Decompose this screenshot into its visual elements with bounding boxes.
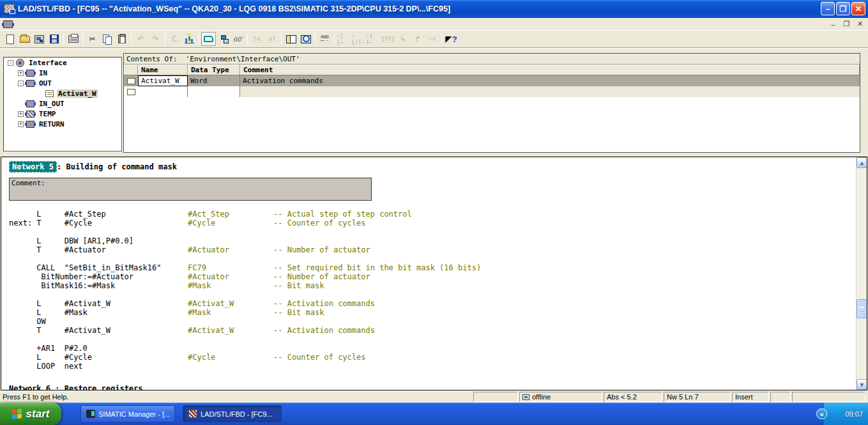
- open-station-button[interactable]: [32, 32, 47, 46]
- open-button[interactable]: [17, 32, 32, 46]
- network-comment-box[interactable]: Comment:: [9, 178, 372, 201]
- print-button[interactable]: [66, 32, 80, 46]
- collapse-icon[interactable]: -: [8, 60, 13, 66]
- taskbar-button-simatic-manager[interactable]: SIMATIC Manager - [...: [80, 405, 175, 422]
- name-cell[interactable]: [138, 86, 188, 97]
- goto-next-error-button[interactable]: »!: [264, 32, 279, 46]
- stl-code-line[interactable]: CALL "SetBit_in_BitMask16" FC79 -- Set r…: [9, 263, 854, 272]
- symbol-info-columns-button[interactable]: HHO⌐··: [317, 32, 332, 46]
- stl-code-line[interactable]: BitNumber:=#Actuator #Actuator -- Number…: [9, 272, 854, 281]
- expander-icon[interactable]: +: [18, 121, 24, 127]
- scroll-up-button[interactable]: ▲: [857, 157, 867, 168]
- nc-contact-button[interactable]: -|/|-: [351, 32, 366, 46]
- mdi-minimize-button[interactable]: –: [828, 19, 839, 29]
- header-comment[interactable]: Comment: [240, 65, 860, 75]
- stl-code-line[interactable]: L DBW [AR1,P#0.0]: [9, 236, 854, 245]
- open-branch-button[interactable]: ↳: [395, 32, 410, 46]
- network-5-label[interactable]: Network 5: [9, 161, 57, 173]
- stl-code-line[interactable]: T #Actuator #Actuator -- Number of actua…: [9, 245, 854, 254]
- scrollbar-thumb[interactable]: [857, 299, 867, 318]
- restore-button[interactable]: ❐: [836, 2, 850, 15]
- taskbar-button-lad-stl-fbd[interactable]: LAD/STL/FBD - [FC9...: [183, 405, 282, 422]
- stl-code-line[interactable]: L #Activat_W #Activat_W -- Activation co…: [9, 299, 854, 308]
- stl-code-line[interactable]: [9, 290, 854, 299]
- stl-code-line[interactable]: +AR1 P#2.0: [9, 344, 854, 353]
- goto-prev-error-button[interactable]: !«: [250, 32, 264, 46]
- stl-code-line[interactable]: [9, 335, 854, 344]
- interface-tree[interactable]: - Interface + IN - OUT Activat_W: [3, 57, 122, 151]
- network-5-title[interactable]: Network 5: Building of command mask: [9, 162, 854, 174]
- name-cell[interactable]: Activat_W: [138, 75, 188, 86]
- no-contact-button[interactable]: -| |-: [337, 32, 351, 46]
- copy-button[interactable]: [100, 32, 114, 46]
- scroll-down-button[interactable]: ▼: [857, 379, 867, 390]
- data-type-cell[interactable]: Word: [188, 75, 240, 86]
- save-button[interactable]: [47, 32, 61, 46]
- tree-item[interactable]: Activat_W: [4, 88, 121, 98]
- stl-code-line[interactable]: L #Mask #Mask -- Bit mask: [9, 308, 854, 317]
- stl-statement: [9, 335, 188, 344]
- stl-code-line[interactable]: next: T #Cycle #Cycle -- Counter of cycl…: [9, 219, 854, 228]
- header-name[interactable]: Name: [138, 65, 188, 75]
- symbol-selection-button[interactable]: [216, 32, 231, 46]
- new-button[interactable]: [3, 32, 17, 46]
- mdi-close-button[interactable]: ✕: [855, 19, 865, 29]
- split-window-button[interactable]: [284, 32, 298, 46]
- minimize-button[interactable]: –: [821, 2, 835, 15]
- tree-item-interface[interactable]: - Interface: [4, 58, 121, 68]
- expander-icon[interactable]: +: [18, 70, 24, 76]
- tree-item[interactable]: + IN: [4, 68, 121, 78]
- stl-code-line[interactable]: BitMask16:=#Mask #Mask -- Bit mask: [9, 281, 854, 290]
- undo-button[interactable]: ↶: [133, 32, 148, 46]
- stl-code-line[interactable]: [9, 254, 854, 263]
- stl-code-line[interactable]: OW: [9, 317, 854, 326]
- coil-button[interactable]: -( )-: [366, 32, 381, 46]
- expander-icon[interactable]: -: [18, 81, 24, 86]
- undo-icon: ↶: [137, 35, 144, 43]
- tree-item[interactable]: + TEMP: [4, 109, 121, 119]
- stl-code-line[interactable]: L #Act_Step #Act_Step -- Actual step of …: [9, 210, 854, 219]
- data-type-cell[interactable]: [188, 86, 240, 97]
- comment-cell[interactable]: Activation commands: [240, 75, 860, 86]
- expander-icon[interactable]: +: [18, 111, 24, 117]
- stl-code-line[interactable]: T #Activat_W #Activat_W -- Activation co…: [9, 326, 854, 335]
- stl-code-line[interactable]: [9, 228, 854, 236]
- overview-window-button[interactable]: [298, 32, 313, 46]
- close-button[interactable]: ✕: [851, 2, 865, 15]
- table-row[interactable]: Activat_W Word Activation commands: [124, 75, 860, 86]
- cut-button[interactable]: ✂: [85, 32, 100, 46]
- declaration-block-icon: [26, 111, 34, 118]
- redo-button[interactable]: ↷: [148, 32, 163, 46]
- rung-end-button[interactable]: ↱: [410, 32, 425, 46]
- paste-button[interactable]: [114, 32, 129, 46]
- stl-code-lines: L #Act_Step #Act_Step -- Actual step of …: [9, 210, 854, 371]
- vertical-scrollbar[interactable]: ▲ ▼: [856, 157, 867, 390]
- stl-statement: [9, 228, 188, 236]
- start-button[interactable]: start: [0, 403, 61, 425]
- symbol-information-button[interactable]: 60′: [231, 32, 245, 46]
- help-cursor-button[interactable]: ◤?: [444, 32, 459, 46]
- stl-comment: -- Counter of cycles: [273, 219, 366, 228]
- table-row[interactable]: [124, 86, 860, 97]
- stl-statement: L DBW [AR1,P#0.0]: [9, 236, 188, 245]
- connection-status-icon: [522, 394, 529, 400]
- program-status-button[interactable]: [182, 32, 197, 46]
- address-monitor-button[interactable]: C: [167, 32, 182, 46]
- tree-item[interactable]: IN_OUT: [4, 98, 121, 109]
- tree-item[interactable]: + RETURN: [4, 119, 121, 129]
- empty-box-button[interactable]: [??]: [381, 32, 395, 46]
- close-branch-button[interactable]: ⊣: [425, 32, 439, 46]
- network-6-title[interactable]: Network 6 : Restore registers: [9, 384, 854, 390]
- pane-splitter[interactable]: [0, 152, 868, 157]
- tree-item[interactable]: - OUT: [4, 78, 121, 88]
- comment-cell[interactable]: [240, 86, 860, 97]
- mdi-restore-button[interactable]: ❐: [841, 19, 852, 29]
- stl-code-line[interactable]: L #Cycle #Cycle -- Counter of cycles: [9, 353, 854, 362]
- header-data-type[interactable]: Data Type: [188, 65, 240, 75]
- hidden-icons-chevron[interactable]: «: [816, 408, 827, 419]
- mdi-document-icon[interactable]: [3, 20, 13, 28]
- toolbar-separator: [131, 33, 132, 45]
- stl-code-editor[interactable]: Network 5: Building of command mask Comm…: [1, 157, 867, 390]
- stl-code-line[interactable]: LOOP next: [9, 362, 854, 371]
- symbolic-representation-button[interactable]: [201, 32, 216, 46]
